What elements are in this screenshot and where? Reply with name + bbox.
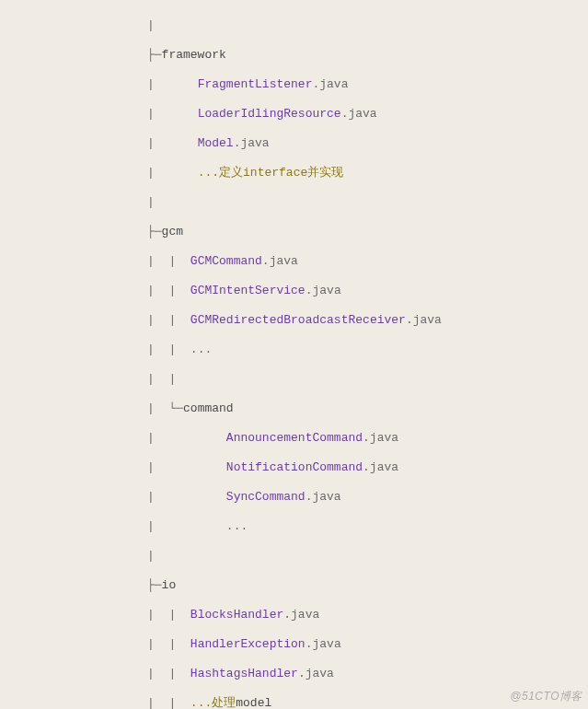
class-name: GCMIntentService [190, 284, 306, 297]
tree-line: | | [0, 372, 588, 387]
tree-line: ├─framework [0, 48, 588, 63]
file-ext: .java [306, 637, 341, 651]
tree-line: | Model.java [0, 136, 588, 151]
code-tree: | ├─framework | FragmentListener.java | … [0, 4, 588, 709]
file-ext: .java [312, 77, 348, 91]
tree-line: | | HandlerException.java [0, 637, 588, 652]
tree-line: | AnnouncementCommand.java [0, 431, 588, 446]
class-name: HashtagsHandler [190, 667, 298, 680]
class-name: GCMRedirectedBroadcastReceiver [190, 313, 406, 327]
folder-command: command [183, 401, 234, 415]
folder-io: io [162, 578, 177, 592]
class-name: LoaderIdlingResource [198, 107, 341, 121]
file-ext: .java [363, 460, 398, 474]
file-ext: .java [234, 136, 270, 150]
tree-line: | | GCMCommand.java [0, 254, 588, 269]
tree-line: | | ... [0, 343, 588, 357]
file-ext: .java [283, 608, 319, 622]
tree-line: | | GCMRedirectedBroadcastReceiver.java [0, 313, 588, 328]
class-name: AnnouncementCommand [226, 431, 363, 445]
ellipsis: ... [226, 519, 248, 533]
tree-line: ├─gcm [0, 225, 588, 239]
cn-text: ...处理 [190, 696, 236, 709]
tree-line: | | ...处理model [0, 696, 588, 709]
folder-framework: framework [162, 48, 226, 62]
file-ext: .java [341, 107, 377, 121]
cn-text: 并实现 [307, 166, 343, 180]
tree-line: | | BlocksHandler.java [0, 608, 588, 622]
tree-line: | [0, 18, 588, 33]
tree-line: | | HashtagsHandler.java [0, 667, 588, 681]
tree-line: | [0, 195, 588, 210]
file-ext: .java [262, 254, 298, 268]
keyword-interface: interface [243, 166, 307, 180]
file-ext: .java [306, 490, 341, 504]
ellipsis: ... [190, 343, 212, 356]
tree-line: | NotificationCommand.java [0, 460, 588, 475]
class-name: HandlerException [190, 637, 306, 651]
cn-text: model [236, 696, 271, 709]
tree-line: | ... [0, 519, 588, 534]
class-name: GCMCommand [190, 254, 262, 268]
class-name: Model [198, 136, 234, 150]
tree-line: | LoaderIdlingResource.java [0, 107, 588, 122]
class-name: BlocksHandler [190, 608, 283, 622]
tree-line: | | GCMIntentService.java [0, 284, 588, 298]
tree-line: | SyncCommand.java [0, 490, 588, 505]
class-name: NotificationCommand [226, 460, 363, 474]
file-ext: .java [363, 431, 398, 445]
class-name: FragmentListener [198, 77, 313, 91]
folder-gcm: gcm [162, 225, 183, 238]
watermark: @51CTO博客 [510, 689, 582, 703]
file-ext: .java [306, 284, 341, 297]
tree-line: ├─io [0, 578, 588, 593]
tree-line: | └─command [0, 401, 588, 416]
tree-line: | ...定义interface并实现 [0, 166, 588, 180]
file-ext: .java [406, 313, 442, 327]
tree-line: | FragmentListener.java [0, 77, 588, 92]
class-name: SyncCommand [226, 490, 306, 504]
cn-text: ...定义 [198, 166, 243, 180]
file-ext: .java [298, 667, 334, 680]
tree-line: | [0, 549, 588, 564]
